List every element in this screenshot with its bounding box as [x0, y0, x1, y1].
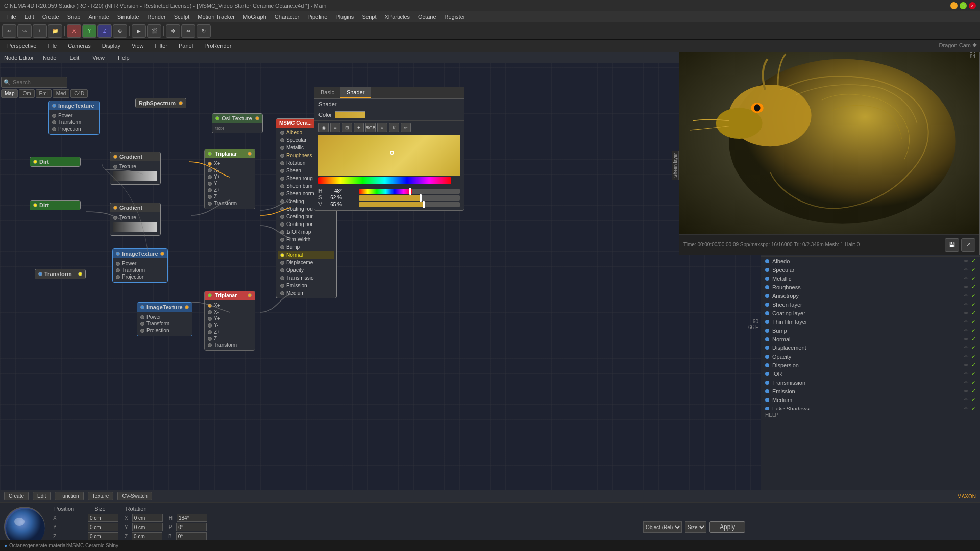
menu-mograph[interactable]: MoGraph — [239, 13, 271, 21]
menu-octane[interactable]: Octane — [414, 13, 440, 21]
brdf-thin-film-edit[interactable]: ✏ — [964, 319, 968, 324]
bt-create[interactable]: Create — [4, 492, 29, 500]
cp-icon-spectrum[interactable]: ≡ — [330, 123, 340, 132]
menu-xparticles[interactable]: XParticles — [381, 13, 414, 21]
view-menu-2[interactable]: View — [128, 42, 148, 50]
brdf-displacement-edit[interactable]: ✏ — [964, 345, 968, 350]
tab-med[interactable]: Med — [53, 89, 69, 98]
menu-script[interactable]: Script — [358, 13, 380, 21]
node-gradient-1[interactable]: Gradient Texture — [110, 152, 161, 185]
tool-move[interactable]: ✥ — [166, 24, 180, 38]
brdf-normal-edit[interactable]: ✏ — [964, 336, 968, 342]
node-dirt-1[interactable]: Dirt — [30, 157, 81, 167]
z-size-input[interactable] — [132, 532, 162, 540]
cp-icon-picker[interactable]: ✦ — [354, 123, 364, 132]
menu-character[interactable]: Character — [271, 13, 303, 21]
tool-x[interactable]: X — [67, 24, 81, 38]
search-input[interactable] — [13, 79, 54, 85]
cp-icon-rgb[interactable]: RGB — [365, 123, 376, 132]
panel-menu[interactable]: Panel — [175, 42, 197, 50]
brdf-ior-edit[interactable]: ✏ — [964, 371, 968, 377]
bt-texture[interactable]: Texture — [88, 492, 114, 500]
brdf-specular-edit[interactable]: ✏ — [964, 267, 968, 272]
y-pos-input[interactable] — [88, 523, 118, 531]
view-menu[interactable]: Perspective — [3, 42, 40, 50]
menu-pipeline[interactable]: Pipeline — [303, 13, 331, 21]
menu-create[interactable]: Create — [38, 13, 63, 21]
cp-color-swatch[interactable] — [335, 111, 365, 118]
ne-menu-node[interactable]: Node — [39, 54, 60, 62]
tool-scale[interactable]: ⇔ — [181, 24, 195, 38]
tool-y[interactable]: Y — [82, 24, 96, 38]
node-triplanar-1[interactable]: Triplanar X+ X- Y+ Y- Z+ — [204, 149, 255, 209]
cp-icon-hex[interactable]: # — [377, 123, 387, 132]
menu-edit[interactable]: Edit — [20, 13, 38, 21]
menu-plugins[interactable]: Plugins — [331, 13, 358, 21]
b-rot-input[interactable] — [176, 532, 207, 540]
cp-icon-kelvin[interactable]: K — [389, 123, 399, 132]
node-transform[interactable]: Transform — [35, 269, 86, 279]
ne-menu-view[interactable]: View — [88, 54, 109, 62]
menu-simulate[interactable]: Simulate — [113, 13, 143, 21]
brdf-opacity-edit[interactable]: ✏ — [964, 354, 968, 359]
node-triplanar-2[interactable]: Triplanar X+ X- Y+ Y- Z+ — [204, 291, 255, 351]
tab-c4d[interactable]: C4D — [70, 89, 88, 98]
menu-motion-tracker[interactable]: Motion Tracker — [193, 13, 239, 21]
cp-tab-shader[interactable]: Shader — [340, 87, 371, 98]
menu-render[interactable]: Render — [143, 13, 170, 21]
brdf-albedo-edit[interactable]: ✏ — [964, 258, 968, 264]
node-dirt-2[interactable]: Dirt — [30, 200, 81, 210]
brdf-fake-shadows-edit[interactable]: ✏ — [964, 406, 968, 410]
file-menu-2[interactable]: File — [43, 42, 61, 50]
tool-open[interactable]: 📁 — [48, 24, 62, 38]
bt-edit[interactable]: Edit — [33, 492, 51, 500]
node-image-texture-3[interactable]: ImageTexture Power Transform Projection — [137, 302, 192, 336]
cp-icon-edit[interactable]: ✏ — [401, 123, 411, 132]
cp-icon-swatches[interactable]: ⊞ — [342, 123, 352, 132]
menu-snap[interactable]: Snap — [63, 13, 85, 21]
node-gradient-2[interactable]: Gradient Texture — [110, 203, 161, 236]
brdf-roughness-edit[interactable]: ✏ — [964, 284, 968, 290]
lv-save-btn[interactable]: 💾 — [945, 238, 959, 252]
tab-om[interactable]: Om — [19, 89, 34, 98]
x-size-input[interactable] — [132, 514, 163, 522]
tool-rotate[interactable]: ↻ — [197, 24, 211, 38]
x-pos-input[interactable] — [88, 514, 118, 522]
cameras-menu[interactable]: Cameras — [64, 42, 95, 50]
prorender-menu[interactable]: ProRender — [200, 42, 235, 50]
tool-undo[interactable]: ↩ — [2, 24, 16, 38]
cp-hue-bar[interactable] — [318, 177, 451, 184]
tool-redo[interactable]: ↪ — [17, 24, 32, 38]
menu-file[interactable]: File — [3, 13, 20, 21]
cp-tab-basic[interactable]: Basic — [314, 87, 340, 98]
menu-animate[interactable]: Animate — [84, 13, 113, 21]
tool-z[interactable]: Z — [97, 24, 112, 38]
minimize-button[interactable]: — — [950, 2, 958, 9]
brdf-transmission-edit[interactable]: ✏ — [964, 380, 968, 385]
brdf-dispersion-edit[interactable]: ✏ — [964, 362, 968, 368]
brdf-sheen-layer-edit[interactable]: ✏ — [964, 302, 968, 307]
h-rot-input[interactable] — [177, 514, 207, 522]
lv-expand-btn[interactable]: ⤢ — [961, 238, 975, 252]
brdf-coating-layer-edit[interactable]: ✏ — [964, 310, 968, 316]
node-osl-texture[interactable]: Osl Texture tex4 — [212, 113, 263, 133]
menu-register[interactable]: Register — [440, 13, 470, 21]
object-select[interactable]: Object (Rel) World Local — [643, 521, 682, 533]
tab-map[interactable]: Map — [1, 89, 18, 98]
z-pos-input[interactable] — [88, 532, 118, 540]
ne-menu-help[interactable]: Help — [114, 54, 134, 62]
brdf-medium-edit[interactable]: ✏ — [964, 397, 968, 403]
display-menu[interactable]: Display — [98, 42, 125, 50]
cp-h-track[interactable] — [359, 189, 460, 194]
cp-color-area[interactable] — [318, 135, 460, 176]
maximize-button[interactable]: □ — [960, 2, 967, 9]
brdf-bump-edit[interactable]: ✏ — [964, 328, 968, 333]
close-button[interactable]: × — [969, 2, 976, 9]
node-image-texture-1[interactable]: ImageTexture Power Transform Projection — [48, 101, 100, 135]
menu-sculpt[interactable]: Sculpt — [170, 13, 194, 21]
bt-function[interactable]: Function — [55, 492, 83, 500]
ne-menu-edit[interactable]: Edit — [65, 54, 83, 62]
apply-button[interactable]: Apply — [709, 521, 745, 533]
y-size-input[interactable] — [132, 523, 163, 531]
tool-render[interactable]: 🎬 — [147, 24, 161, 38]
